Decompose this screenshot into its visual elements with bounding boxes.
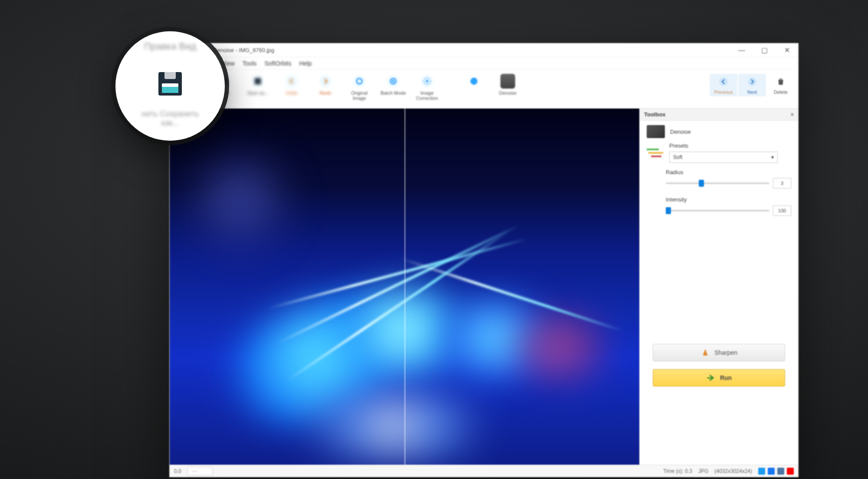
intensity-slider[interactable] [666, 210, 769, 211]
svg-point-3 [357, 79, 362, 84]
menu-view[interactable]: View [221, 60, 234, 67]
app-window: Easy Photo Denoise - IMG_8760.jpg — ▢ ✕ … [169, 43, 799, 477]
presets-select[interactable]: Soft ▾ [669, 152, 778, 163]
status-time: Time (s): 0.3 [663, 468, 692, 474]
youtube-icon[interactable] [787, 468, 794, 475]
status-dimensions: (4032x3024x24) [714, 468, 752, 474]
image-canvas[interactable] [170, 109, 639, 465]
toolbar: Open Save Save as... Undo Redo Original … [170, 69, 798, 109]
toolbar-undo[interactable]: Undo [275, 72, 309, 96]
zoom-callout: Правка Вид нить Сохранить как... [115, 31, 225, 141]
original-image-icon [352, 74, 367, 89]
presets-icon [647, 147, 664, 159]
toolbar-original-image[interactable]: Original Image [342, 72, 376, 101]
workarea: Toolbox × Denoise Presets Soft [170, 109, 798, 465]
svg-point-8 [719, 77, 728, 86]
minimize-button[interactable]: — [730, 43, 753, 57]
maximize-button[interactable]: ▢ [753, 43, 776, 57]
radius-slider[interactable] [666, 182, 769, 184]
svg-rect-2 [255, 78, 261, 85]
toolbar-image-correction[interactable]: Image Correction [410, 72, 444, 101]
image-correction-icon [420, 74, 434, 89]
svg-point-7 [470, 78, 478, 85]
run-icon [706, 373, 716, 383]
svg-point-6 [426, 80, 428, 83]
close-button[interactable]: ✕ [776, 43, 798, 57]
sharpen-button[interactable]: Sharpen [653, 344, 785, 361]
intensity-label: Intensity [666, 196, 791, 203]
menubar: Файл Вид View Tools SoftOrbits Help [170, 57, 798, 69]
intensity-value[interactable]: 100 [773, 205, 791, 216]
save-as-icon [158, 72, 182, 96]
status-social [758, 468, 794, 475]
statusbar: 0,0 — Time (s): 0.3 JPG (4032x3024x24) [170, 465, 798, 477]
floppy-disk-icon [158, 72, 182, 96]
facebook-icon[interactable] [768, 468, 775, 475]
zoom-callout-labels: нить Сохранить как... [115, 109, 225, 128]
run-button[interactable]: Run [653, 369, 785, 387]
sharpen-icon [700, 348, 710, 357]
toolbar-denoise-spacer [444, 72, 457, 74]
menu-help[interactable]: Help [299, 60, 312, 67]
titlebar: Easy Photo Denoise - IMG_8760.jpg — ▢ ✕ [170, 43, 798, 57]
chevron-down-icon: ▾ [771, 154, 774, 160]
toolbox-close-icon[interactable]: × [791, 112, 794, 118]
twitter-icon[interactable] [758, 468, 765, 475]
denoise-icon [467, 74, 481, 89]
toolbar-denoise[interactable]: Denoise [491, 72, 525, 96]
status-format: JPG [698, 468, 708, 474]
denoise-section-icon [647, 125, 665, 138]
toolbox-panel: Toolbox × Denoise Presets Soft [639, 109, 798, 465]
toolbar-previous[interactable]: Previous [710, 74, 737, 96]
toolbar-next[interactable]: Next [738, 74, 766, 96]
menu-tools[interactable]: Tools [243, 60, 257, 67]
radius-label: Radius [666, 169, 791, 175]
svg-point-9 [748, 77, 756, 86]
denoise-dark-icon [500, 74, 515, 89]
toolbar-delete[interactable]: Delete [767, 74, 795, 96]
status-coords: 0,0 [174, 468, 181, 474]
denoise-section-label: Denoise [670, 129, 691, 135]
menu-softorbits[interactable]: SoftOrbits [264, 60, 291, 67]
next-icon [746, 76, 758, 88]
svg-point-5 [392, 80, 395, 83]
previous-icon [717, 76, 730, 88]
toolbar-batch-mode[interactable]: Batch Mode [376, 72, 410, 96]
toolbar-denoise-active[interactable] [457, 72, 491, 96]
toolbar-saveas[interactable]: Save as... [241, 72, 275, 96]
radius-value[interactable]: 3 [773, 178, 791, 188]
batch-mode-icon [386, 74, 401, 89]
status-zoom[interactable]: — [187, 467, 213, 476]
vk-icon[interactable] [777, 468, 784, 475]
delete-icon [775, 76, 787, 88]
toolbar-redo[interactable]: Redo [309, 72, 342, 96]
presets-label: Presets [669, 142, 791, 149]
toolbox-title: Toolbox × [640, 109, 798, 121]
